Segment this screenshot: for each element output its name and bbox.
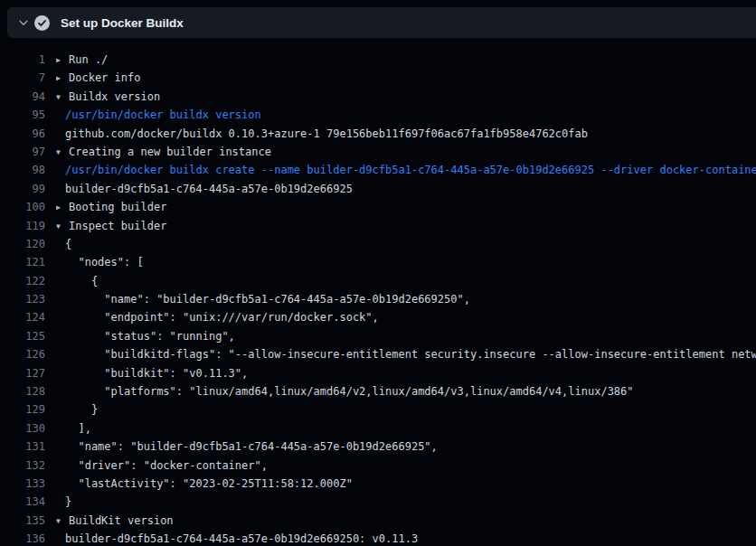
line-number[interactable]: 130: [0, 419, 45, 438]
line-number[interactable]: 128: [0, 382, 45, 400]
output-text: {: [56, 235, 756, 253]
line-number[interactable]: 120: [0, 235, 45, 253]
group-title: Run ./: [69, 53, 108, 66]
log-line: 119▼Inspect builder: [0, 217, 756, 235]
output-text: builder-d9cfb5a1-c764-445a-a57e-0b19d2e6…: [56, 180, 756, 198]
chevron-down-icon[interactable]: [13, 12, 34, 33]
line-number[interactable]: 129: [0, 400, 45, 419]
line-number[interactable]: 127: [0, 364, 45, 382]
caret-down-icon: ▼: [56, 513, 69, 530]
log-line: 130 ],: [0, 419, 756, 438]
group-title: Buildx version: [69, 90, 160, 103]
output-text: "name": "builder-d9cfb5a1-c764-445a-a57e…: [56, 290, 756, 308]
log-group-toggle[interactable]: ▼Creating a new builder instance: [56, 143, 756, 161]
group-title: Inspect builder: [69, 220, 166, 232]
line-number[interactable]: 131: [0, 438, 45, 456]
caret-right-icon: ▶: [56, 70, 69, 87]
log-line: 120{: [0, 235, 756, 253]
line-number[interactable]: 126: [0, 345, 45, 363]
log-line: 100▶Booting builder: [0, 198, 756, 216]
line-number[interactable]: 135: [0, 512, 45, 530]
line-number[interactable]: 136: [0, 530, 45, 546]
log-line: 136builder-d9cfb5a1-c764-445a-a57e-0b19d…: [0, 530, 756, 546]
log-line: 126 "buildkitd-flags": "--allow-insecure…: [0, 345, 756, 363]
caret-right-icon: ▶: [56, 52, 69, 69]
log-group-toggle[interactable]: ▼BuildKit version: [56, 512, 756, 530]
output-text: "nodes": [: [56, 253, 756, 271]
log-line: 135▼BuildKit version: [0, 512, 756, 530]
line-number[interactable]: 7: [0, 69, 45, 87]
log-group-toggle[interactable]: ▼Inspect builder: [56, 217, 756, 235]
log-group-toggle[interactable]: ▶Run ./: [56, 51, 756, 69]
line-number[interactable]: 124: [0, 308, 45, 326]
log-line: 129 }: [0, 400, 756, 419]
line-number[interactable]: 95: [0, 106, 45, 124]
log-line: 94▼Buildx version: [0, 88, 756, 106]
log-line: 98/usr/bin/docker buildx create --name b…: [0, 161, 756, 179]
check-circle-icon: [34, 15, 50, 31]
line-number[interactable]: 100: [0, 198, 45, 216]
output-text: {: [56, 272, 756, 290]
step-title: Set up Docker Buildx: [61, 16, 184, 30]
output-text: "driver": "docker-container",: [56, 457, 756, 475]
caret-down-icon: ▼: [56, 218, 69, 235]
log-line: 95/usr/bin/docker buildx version: [0, 106, 756, 124]
output-text: builder-d9cfb5a1-c764-445a-a57e-0b19d2e6…: [56, 530, 756, 546]
log-line: 131 "name": "builder-d9cfb5a1-c764-445a-…: [0, 438, 756, 456]
log-line: 122 {: [0, 272, 756, 290]
line-number[interactable]: 1: [0, 51, 45, 69]
line-number[interactable]: 121: [0, 253, 45, 271]
log-line: 134}: [0, 493, 756, 511]
output-text: "endpoint": "unix:///var/run/docker.sock…: [56, 308, 756, 326]
log-line: 132 "driver": "docker-container",: [0, 457, 756, 475]
caret-down-icon: ▼: [56, 89, 69, 106]
log-line: 99builder-d9cfb5a1-c764-445a-a57e-0b19d2…: [0, 180, 756, 198]
log-line: 124 "endpoint": "unix:///var/run/docker.…: [0, 308, 756, 326]
line-number[interactable]: 133: [0, 475, 45, 493]
log-line: 127 "buildkit": "v0.11.3",: [0, 364, 756, 382]
caret-down-icon: ▼: [56, 144, 69, 161]
log-line: 1▶Run ./: [0, 51, 756, 69]
line-number[interactable]: 123: [0, 290, 45, 308]
line-number[interactable]: 125: [0, 327, 45, 345]
line-number[interactable]: 134: [0, 493, 45, 511]
line-number[interactable]: 132: [0, 457, 45, 475]
line-number[interactable]: 97: [0, 143, 45, 161]
line-number[interactable]: 122: [0, 272, 45, 290]
log-group-toggle[interactable]: ▶Booting builder: [56, 198, 756, 216]
output-text: }: [56, 493, 756, 511]
command-text: /usr/bin/docker buildx version: [56, 106, 756, 124]
log-group-toggle[interactable]: ▼Buildx version: [56, 88, 756, 106]
output-text: "lastActivity": "2023-02-25T11:58:12.000…: [56, 475, 756, 493]
output-text: "buildkit": "v0.11.3",: [56, 364, 756, 382]
log-line: 96github.com/docker/buildx 0.10.3+azure-…: [0, 125, 756, 143]
output-text: github.com/docker/buildx 0.10.3+azure-1 …: [56, 125, 756, 143]
line-number[interactable]: 99: [0, 180, 45, 198]
log-line: 128 "platforms": "linux/amd64,linux/amd6…: [0, 382, 756, 400]
log-line: 121 "nodes": [: [0, 253, 756, 271]
line-number[interactable]: 98: [0, 161, 45, 179]
group-title: Docker info: [69, 71, 140, 84]
line-number[interactable]: 96: [0, 125, 45, 143]
output-text: "buildkitd-flags": "--allow-insecure-ent…: [56, 345, 756, 363]
output-text: "status": "running",: [56, 327, 756, 345]
caret-right-icon: ▶: [56, 199, 69, 216]
log-group-toggle[interactable]: ▶Docker info: [56, 69, 756, 87]
log-lines: 1▶Run ./7▶Docker info94▼Buildx version95…: [0, 38, 756, 546]
log-line: 125 "status": "running",: [0, 327, 756, 345]
output-text: "name": "builder-d9cfb5a1-c764-445a-a57e…: [56, 438, 756, 456]
group-title: BuildKit version: [69, 514, 174, 527]
line-number[interactable]: 94: [0, 88, 45, 106]
group-title: Booting builder: [69, 201, 166, 213]
line-number[interactable]: 119: [0, 217, 45, 235]
log-line: 7▶Docker info: [0, 69, 756, 87]
output-text: ],: [56, 419, 756, 438]
actions-log-viewer: Set up Docker Buildx 1▶Run ./7▶Docker in…: [0, 7, 756, 546]
command-text: /usr/bin/docker buildx create --name bui…: [56, 161, 756, 179]
log-line: 97▼Creating a new builder instance: [0, 143, 756, 161]
log-line: 133 "lastActivity": "2023-02-25T11:58:12…: [0, 475, 756, 493]
log-line: 123 "name": "builder-d9cfb5a1-c764-445a-…: [0, 290, 756, 308]
output-text: "platforms": "linux/amd64,linux/amd64/v2…: [56, 382, 756, 400]
group-title: Creating a new builder instance: [69, 146, 271, 158]
step-header[interactable]: Set up Docker Buildx: [7, 7, 756, 38]
